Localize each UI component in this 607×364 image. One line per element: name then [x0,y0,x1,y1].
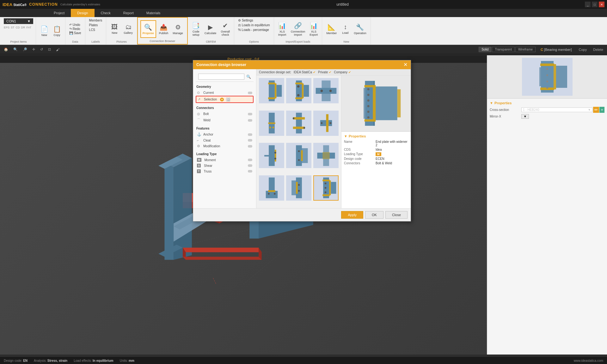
delete-action-btn[interactable]: Delete [591,47,605,52]
member-btn[interactable]: 📐 Member [325,20,338,38]
undo-btn[interactable]: ↶ Undo [68,23,83,27]
connectors-row: Connectors Bolt & Weld [344,161,408,165]
svg-point-33 [546,87,548,89]
mirror-btn[interactable]: ▼ [521,114,529,119]
redo-btn[interactable]: ↷ Redo [68,27,83,31]
transparent-btn[interactable]: Transparent [492,47,515,52]
new-btn[interactable]: 📄 New [39,22,50,40]
manage-btn[interactable]: ⚙ Manage [171,20,185,38]
cross-section-edit-btn[interactable]: ✏ [593,107,599,113]
search-input[interactable] [198,74,244,80]
plates-btn[interactable]: Plates [88,23,104,27]
truss-filter[interactable]: T Truss [196,168,254,174]
solid-btn[interactable]: Solid [479,47,491,52]
thumb-2[interactable] [286,78,311,103]
shear-toggle [248,164,252,167]
cross-section-select[interactable]: 1 - HEB240 ▼ [521,107,592,112]
thumb-3[interactable] [313,78,339,103]
svg-rect-100 [364,85,374,87]
thumb-7[interactable] [259,143,284,168]
thumb-1[interactable] [259,78,284,103]
operation-btn[interactable]: 🔧 Operation [352,20,368,38]
shear-filter[interactable]: S Shear [196,163,254,168]
calculate-btn[interactable]: ▶ Calculate [203,20,218,38]
settings-btn[interactable]: ⚙ Settings [237,18,271,22]
xls-export-btn[interactable]: 📊 XLSExport [308,20,319,38]
svg-rect-28 [540,64,554,66]
rotate-btn[interactable]: ↺ [38,46,45,52]
svg-rect-42 [304,85,309,97]
svg-marker-10 [164,163,174,260]
svg-point-107 [367,116,369,118]
anchor-filter[interactable]: ⚓ Anchor [196,131,254,137]
pictures-new-btn[interactable]: 🖼 New [109,20,120,38]
propose-btn[interactable]: 🔍 Propose [140,20,156,38]
tab-project[interactable]: Project [47,9,71,17]
svg-point-68 [274,158,276,160]
dialog-close-btn[interactable]: ✕ [403,62,408,67]
current-filter[interactable]: ⊙ Current [196,90,254,96]
thumb-4[interactable] [259,111,284,136]
modification-filter[interactable]: ⚙ Modification [196,143,254,149]
connection-import-btn[interactable]: 🔗 ConnectionImport [289,20,307,38]
load-btn[interactable]: ↕ Load [340,20,351,38]
connectors-label: Connectors [344,161,376,165]
xls-import-btn[interactable]: 📊 XLSImport [277,20,288,38]
gallery-btn[interactable]: 🗂 Gallery [122,20,134,38]
thumb-9[interactable] [313,143,339,168]
loads-equilibrium-btn[interactable]: ⚖ Loads in equilibrium [237,23,271,27]
members-btn[interactable]: Members [88,18,104,22]
copy-action-btn[interactable]: Copy [577,47,589,52]
selection-extra-btn[interactable]: ◫ [226,98,230,101]
svg-rect-96 [365,81,373,126]
selection-radio[interactable]: ● [220,98,224,101]
weld-label: Weld [203,118,211,122]
cross-section-add-btn[interactable]: + [599,107,604,113]
zoom-btn[interactable]: 🔎 [21,46,29,52]
tab-report[interactable]: Report [117,9,140,17]
cleat-filter[interactable]: ⌐ Cleat [196,137,254,143]
close-btn[interactable]: Close [385,211,408,219]
bolt-toggle [248,113,252,115]
thumb-5[interactable] [286,111,311,136]
moment-toggle [248,159,252,161]
minimize-btn[interactable]: _ [585,2,591,7]
code-setup-btn[interactable]: 📑 Codesetup [190,20,202,38]
pan-btn[interactable]: ✛ [30,46,37,52]
svg-rect-77 [322,152,330,159]
wireframe-btn[interactable]: Wireframe [515,47,536,52]
lcs-btn[interactable]: LCS [88,28,104,32]
thumb-11[interactable] [286,175,311,201]
selection-filter[interactable]: ↗ Selection ● ◫ [196,96,254,103]
moment-filter[interactable]: M Moment [196,157,254,163]
save-btn[interactable]: 💾 Save [68,31,83,35]
modification-toggle [248,145,252,148]
thumb-8[interactable] [286,143,311,168]
thumb-12-selected[interactable] [313,175,339,201]
weld-filter[interactable]: ⌒ Weld [196,117,254,124]
website-link[interactable]: www.ideastatica.com [141,359,603,362]
loads-percentage-btn[interactable]: % Loads - percentage [237,28,271,32]
copy-btn[interactable]: 📋 Copy [51,22,63,40]
con1-selector[interactable]: CON1 ▼ [4,18,33,24]
thumb-6[interactable] [313,111,339,136]
maximize-btn[interactable]: □ [592,2,598,7]
tab-materials[interactable]: Materials [140,9,167,17]
window-controls[interactable]: _ □ ✕ [585,2,604,7]
apply-btn[interactable]: Apply [341,211,363,219]
publish-btn[interactable]: 📤 Publish [157,20,170,38]
home-btn[interactable]: 🏠 [2,46,10,52]
paint-btn[interactable]: 🖌 [54,47,61,52]
selection-icon: ↗ [198,97,202,101]
design-code-value: ECEN [376,157,408,161]
overall-check-btn[interactable]: ✔ Overallcheck [219,20,231,38]
fit-btn[interactable]: ⊡ [46,46,53,52]
ok-btn[interactable]: OK [365,211,383,219]
close-btn[interactable]: ✕ [599,2,604,7]
bolt-filter[interactable]: ◎ Bolt [196,111,254,117]
search-btn[interactable]: 🔍 [11,46,20,52]
tab-check[interactable]: Check [95,9,117,17]
svg-point-74 [298,159,300,161]
tab-design[interactable]: Design [71,9,94,17]
thumb-10[interactable] [259,175,284,201]
